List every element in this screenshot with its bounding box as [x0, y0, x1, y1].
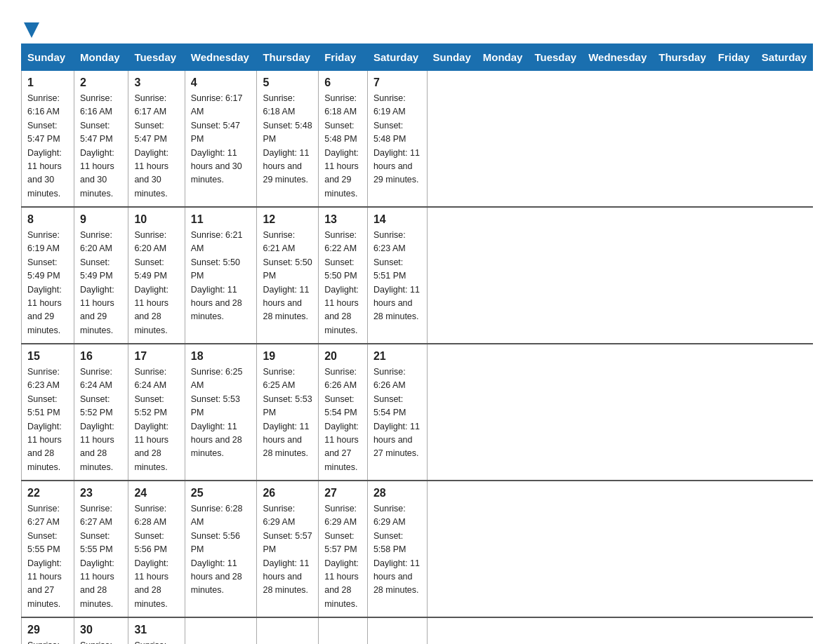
- calendar-cell: 5Sunrise: 6:18 AMSunset: 5:48 PMDaylight…: [257, 71, 319, 208]
- day-info: Sunrise: 6:19 AMSunset: 5:48 PMDaylight:…: [373, 93, 420, 185]
- day-number: 11: [191, 213, 251, 226]
- day-info: Sunrise: 6:16 AMSunset: 5:47 PMDaylight:…: [27, 93, 62, 199]
- day-number: 26: [263, 487, 312, 499]
- calendar-cell: [367, 617, 427, 644]
- calendar-cell: 19Sunrise: 6:25 AMSunset: 5:53 PMDayligh…: [257, 344, 319, 481]
- calendar-cell: 9Sunrise: 6:20 AMSunset: 5:49 PMDaylight…: [74, 207, 128, 344]
- day-info: Sunrise: 6:24 AMSunset: 5:52 PMDaylight:…: [134, 367, 168, 472]
- calendar-cell: 13Sunrise: 6:22 AMSunset: 5:50 PMDayligh…: [319, 207, 368, 344]
- day-number: 17: [134, 350, 178, 363]
- day-info: Sunrise: 6:30 AMSunset: 5:59 PMDaylight:…: [80, 640, 114, 644]
- day-number: 16: [80, 350, 122, 363]
- calendar-cell: 10Sunrise: 6:20 AMSunset: 5:49 PMDayligh…: [128, 207, 185, 344]
- calendar-cell: 28Sunrise: 6:29 AMSunset: 5:58 PMDayligh…: [367, 481, 427, 617]
- day-info: Sunrise: 6:28 AMSunset: 5:56 PMDaylight:…: [134, 504, 168, 609]
- col-header-saturday: Saturday: [367, 44, 427, 71]
- calendar-week-row: 15Sunrise: 6:23 AMSunset: 5:51 PMDayligh…: [22, 344, 813, 481]
- col-header-friday: Friday: [712, 44, 755, 71]
- day-info: Sunrise: 6:17 AMSunset: 5:47 PMDaylight:…: [134, 93, 168, 199]
- day-number: 25: [191, 487, 251, 499]
- day-number: 21: [373, 350, 421, 363]
- calendar-cell: 31Sunrise: 6:31 AMSunset: 5:59 PMDayligh…: [128, 617, 185, 644]
- calendar-cell: 29Sunrise: 6:30 AMSunset: 5:58 PMDayligh…: [22, 617, 74, 644]
- col-header-wednesday: Wednesday: [583, 44, 653, 71]
- day-number: 7: [373, 76, 421, 89]
- calendar-table: SundayMondayTuesdayWednesdayThursdayFrid…: [21, 43, 813, 644]
- day-info: Sunrise: 6:22 AMSunset: 5:50 PMDaylight:…: [324, 230, 359, 335]
- day-info: Sunrise: 6:23 AMSunset: 5:51 PMDaylight:…: [27, 367, 62, 472]
- day-info: Sunrise: 6:26 AMSunset: 5:54 PMDaylight:…: [324, 367, 359, 472]
- day-info: Sunrise: 6:31 AMSunset: 5:59 PMDaylight:…: [134, 640, 168, 644]
- day-number: 8: [27, 213, 68, 226]
- day-info: Sunrise: 6:25 AMSunset: 5:53 PMDaylight:…: [191, 367, 243, 458]
- day-info: Sunrise: 6:29 AMSunset: 5:58 PMDaylight:…: [373, 504, 420, 595]
- col-header-wednesday: Wednesday: [185, 44, 257, 71]
- logo-triangle-icon: [24, 22, 39, 38]
- calendar-cell: 23Sunrise: 6:27 AMSunset: 5:55 PMDayligh…: [74, 481, 128, 617]
- calendar-cell: 20Sunrise: 6:26 AMSunset: 5:54 PMDayligh…: [319, 344, 368, 481]
- day-info: Sunrise: 6:25 AMSunset: 5:53 PMDaylight:…: [263, 367, 312, 458]
- col-header-tuesday: Tuesday: [529, 44, 583, 71]
- day-number: 31: [134, 624, 178, 636]
- calendar-cell: 25Sunrise: 6:28 AMSunset: 5:56 PMDayligh…: [185, 481, 257, 617]
- calendar-cell: 1Sunrise: 6:16 AMSunset: 5:47 PMDaylight…: [22, 71, 74, 208]
- col-header-sunday: Sunday: [427, 44, 477, 71]
- day-info: Sunrise: 6:19 AMSunset: 5:49 PMDaylight:…: [27, 230, 62, 335]
- calendar-cell: 7Sunrise: 6:19 AMSunset: 5:48 PMDaylight…: [367, 71, 427, 208]
- col-header-sunday: Sunday: [22, 44, 74, 71]
- day-number: 5: [263, 76, 312, 89]
- day-number: 24: [134, 487, 178, 499]
- calendar-cell: 11Sunrise: 6:21 AMSunset: 5:50 PMDayligh…: [185, 207, 257, 344]
- col-header-thursday: Thursday: [257, 44, 319, 71]
- calendar-cell: 15Sunrise: 6:23 AMSunset: 5:51 PMDayligh…: [22, 344, 74, 481]
- day-info: Sunrise: 6:29 AMSunset: 5:57 PMDaylight:…: [263, 504, 312, 595]
- calendar-cell: [185, 617, 257, 644]
- day-info: Sunrise: 6:29 AMSunset: 5:57 PMDaylight:…: [324, 504, 359, 609]
- calendar-week-row: 22Sunrise: 6:27 AMSunset: 5:55 PMDayligh…: [22, 481, 813, 617]
- calendar-cell: 8Sunrise: 6:19 AMSunset: 5:49 PMDaylight…: [22, 207, 74, 344]
- day-number: 30: [80, 624, 122, 636]
- calendar-cell: 6Sunrise: 6:18 AMSunset: 5:48 PMDaylight…: [319, 71, 368, 208]
- day-info: Sunrise: 6:27 AMSunset: 5:55 PMDaylight:…: [27, 504, 62, 609]
- day-info: Sunrise: 6:21 AMSunset: 5:50 PMDaylight:…: [263, 230, 312, 321]
- col-header-saturday: Saturday: [755, 44, 812, 71]
- day-info: Sunrise: 6:20 AMSunset: 5:49 PMDaylight:…: [134, 230, 168, 335]
- calendar-cell: 24Sunrise: 6:28 AMSunset: 5:56 PMDayligh…: [128, 481, 185, 617]
- day-info: Sunrise: 6:26 AMSunset: 5:54 PMDaylight:…: [373, 367, 420, 458]
- calendar-cell: 3Sunrise: 6:17 AMSunset: 5:47 PMDaylight…: [128, 71, 185, 208]
- calendar-cell: 16Sunrise: 6:24 AMSunset: 5:52 PMDayligh…: [74, 344, 128, 481]
- day-number: 27: [324, 487, 362, 499]
- day-number: 12: [263, 213, 312, 226]
- calendar-cell: 27Sunrise: 6:29 AMSunset: 5:57 PMDayligh…: [319, 481, 368, 617]
- calendar-cell: 4Sunrise: 6:17 AMSunset: 5:47 PMDaylight…: [185, 71, 257, 208]
- page-header: [21, 14, 813, 36]
- day-info: Sunrise: 6:23 AMSunset: 5:51 PMDaylight:…: [373, 230, 420, 321]
- day-number: 15: [27, 350, 68, 363]
- day-info: Sunrise: 6:30 AMSunset: 5:58 PMDaylight:…: [27, 640, 62, 644]
- day-info: Sunrise: 6:20 AMSunset: 5:49 PMDaylight:…: [80, 230, 114, 335]
- day-info: Sunrise: 6:17 AMSunset: 5:47 PMDaylight:…: [191, 93, 243, 185]
- calendar-cell: 2Sunrise: 6:16 AMSunset: 5:47 PMDaylight…: [74, 71, 128, 208]
- day-number: 10: [134, 213, 178, 226]
- day-number: 18: [191, 350, 251, 363]
- svg-marker-0: [24, 22, 39, 38]
- calendar-header-row: SundayMondayTuesdayWednesdayThursdayFrid…: [22, 44, 813, 71]
- calendar-week-row: 8Sunrise: 6:19 AMSunset: 5:49 PMDaylight…: [22, 207, 813, 344]
- day-info: Sunrise: 6:18 AMSunset: 5:48 PMDaylight:…: [324, 93, 359, 199]
- day-info: Sunrise: 6:24 AMSunset: 5:52 PMDaylight:…: [80, 367, 114, 472]
- calendar-cell: 30Sunrise: 6:30 AMSunset: 5:59 PMDayligh…: [74, 617, 128, 644]
- day-number: 29: [27, 624, 68, 636]
- col-header-thursday: Thursday: [653, 44, 713, 71]
- day-info: Sunrise: 6:27 AMSunset: 5:55 PMDaylight:…: [80, 504, 114, 609]
- calendar-cell: 18Sunrise: 6:25 AMSunset: 5:53 PMDayligh…: [185, 344, 257, 481]
- day-number: 1: [27, 76, 68, 89]
- logo: [21, 21, 39, 36]
- calendar-cell: [257, 617, 319, 644]
- calendar-cell: 17Sunrise: 6:24 AMSunset: 5:52 PMDayligh…: [128, 344, 185, 481]
- day-number: 13: [324, 213, 362, 226]
- calendar-week-row: 1Sunrise: 6:16 AMSunset: 5:47 PMDaylight…: [22, 71, 813, 208]
- day-number: 28: [373, 487, 421, 499]
- calendar-cell: 26Sunrise: 6:29 AMSunset: 5:57 PMDayligh…: [257, 481, 319, 617]
- day-number: 4: [191, 76, 251, 89]
- col-header-monday: Monday: [477, 44, 529, 71]
